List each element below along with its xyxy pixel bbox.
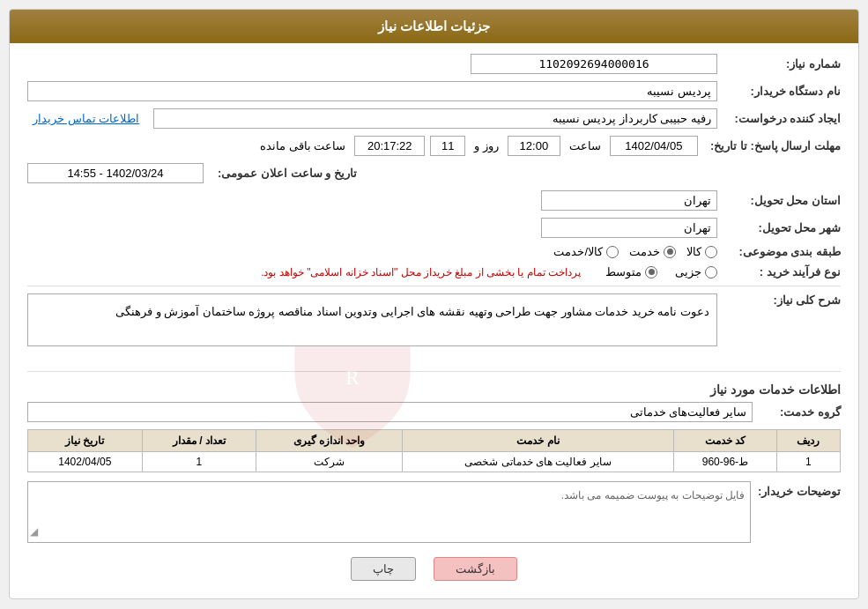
province-label: استان محل تحویل: (717, 194, 841, 207)
cell-code: ط-96-960 (674, 452, 777, 472)
category-kala-khedmat[interactable]: کالا/خدمت (553, 245, 619, 258)
cell-date: 1402/04/05 (28, 452, 143, 472)
day-label: روز و (471, 139, 502, 152)
services-section-title: اطلاعات خدمات مورد نیاز (27, 382, 841, 397)
print-button[interactable]: چاپ (351, 557, 416, 581)
category-kala-khedmat-label: کالا/خدمت (553, 245, 603, 258)
radio-khedmat-icon (664, 246, 676, 258)
col-date: تاریخ نیاز (28, 430, 143, 452)
page-container: جزئیات اطلاعات نیاز شماره نیاز: 11020926… (0, 0, 868, 609)
requester-row: ایجاد کننده درخواست: رفیه حبیبی کاربرداز… (27, 108, 841, 129)
radio-kala-khedmat-icon (606, 246, 619, 258)
category-label: طبقه بندی موضوعی: (717, 245, 841, 258)
category-kala-label: کالا (686, 245, 701, 258)
province-row: استان محل تحویل: تهران (27, 190, 841, 211)
col-code: کد خدمت (674, 430, 777, 452)
response-date-value: 1402/04/05 (610, 136, 698, 156)
purchase-type-label: نوع فرآیند خرید : (717, 265, 841, 279)
response-deadline-row: مهلت ارسال پاسخ: تا تاریخ: 1402/04/05 سا… (27, 136, 841, 156)
purchase-type-row: نوع فرآیند خرید : جزیی متوسط پرداخت تمام… (27, 265, 841, 279)
page-title: جزئیات اطلاعات نیاز (10, 10, 858, 43)
purchase-type-options: جزیی متوسط پرداخت تمام یا بخشی از مبلغ خ… (261, 265, 717, 279)
category-row: طبقه بندی موضوعی: کالا خدمت کالا/خدمت (27, 245, 841, 258)
service-group-row: گروه خدمت: سایر فعالیت‌های خدماتی (27, 402, 841, 422)
cell-name: سایر فعالیت های خدماتی شخصی (402, 452, 673, 472)
category-khedmat[interactable]: خدمت (629, 245, 676, 258)
category-options: کالا خدمت کالا/خدمت (553, 245, 717, 258)
time-label: ساعت (566, 139, 605, 152)
resize-handle-icon: ◢ (30, 524, 38, 540)
pub-date-value: 1402/03/24 - 14:55 (27, 163, 204, 183)
col-unit: واحد اندازه گیری (256, 430, 403, 452)
type-motavasset[interactable]: متوسط (605, 265, 657, 279)
buttons-row: بازگشت چاپ (27, 557, 841, 581)
response-deadline-label: مهلت ارسال پاسخ: تا تاریخ: (703, 139, 841, 152)
type-jozii[interactable]: جزیی (675, 265, 717, 279)
description-row: R شرح کلی نیاز: دعوت نامه خرید خدمات مشا… (27, 293, 841, 364)
col-count: تعداد / مقدار (142, 430, 256, 452)
table-row: 1 ط-96-960 سایر فعالیت های خدماتی شخصی ش… (28, 452, 841, 472)
service-group-value: سایر فعالیت‌های خدماتی (27, 402, 753, 422)
col-row: ردیف (776, 430, 840, 452)
category-kala[interactable]: کالا (686, 245, 717, 258)
buyer-station-row: نام دستگاه خریدار: پردیس نسیبه (27, 81, 841, 101)
service-group-label: گروه خدمت: (753, 405, 841, 419)
need-number-row: شماره نیاز: 1102092694000016 (27, 54, 841, 74)
buyer-station-value: پردیس نسیبه (27, 81, 717, 101)
remaining-label: ساعت باقی مانده (256, 139, 349, 152)
contact-link[interactable]: اطلاعات تماس خریدار (27, 109, 145, 128)
services-table: ردیف کد خدمت نام خدمت واحد اندازه گیری ت… (27, 429, 841, 472)
cell-row: 1 (776, 452, 840, 472)
city-label: شهر محل تحویل: (717, 221, 841, 234)
radio-jozii-icon (705, 266, 717, 279)
response-time-value: 12:00 (508, 136, 560, 156)
purchase-note: پرداخت تمام یا بخشی از مبلغ خریداز محل "… (261, 266, 581, 279)
buyer-desc-label: توضیحات خریدار: (751, 481, 841, 498)
city-row: شهر محل تحویل: تهران (27, 218, 841, 238)
description-value: دعوت نامه خرید خدمات مشاور جهت طراحی وته… (27, 293, 717, 346)
cell-unit: شرکت (256, 452, 403, 472)
cell-count: 1 (142, 452, 256, 472)
radio-motavasset-icon (645, 266, 657, 279)
province-value: تهران (541, 190, 717, 211)
response-remaining-value: 20:17:22 (354, 136, 425, 156)
requester-value: رفیه حبیبی کاربرداز پردیس نسیبه (153, 108, 717, 129)
buyer-desc-row: توضیحات خریدار: فایل توضیحات به پیوست ضم… (27, 481, 841, 543)
main-card: جزئیات اطلاعات نیاز شماره نیاز: 11020926… (9, 9, 859, 599)
buyer-station-label: نام دستگاه خریدار: (717, 85, 841, 98)
back-button[interactable]: بازگشت (434, 557, 517, 581)
radio-kala-icon (705, 246, 717, 258)
requester-label: ایجاد کننده درخواست: (717, 112, 841, 125)
response-day-value: 11 (430, 136, 465, 156)
divider-2 (27, 371, 841, 372)
pub-date-row: تاریخ و ساعت اعلان عمومی: 1402/03/24 - 1… (27, 163, 841, 183)
need-number-value: 1102092694000016 (471, 54, 717, 74)
buyer-desc-box: فایل توضیحات به پیوست ضمیمه می باشد. ◢ (27, 481, 751, 543)
type-motavasset-label: متوسط (605, 265, 642, 279)
category-khedmat-label: خدمت (629, 245, 660, 258)
pub-date-label: تاریخ و ساعت اعلان عمومی: (211, 167, 357, 180)
card-body: شماره نیاز: 1102092694000016 نام دستگاه … (10, 43, 858, 598)
type-jozii-label: جزیی (675, 265, 701, 279)
divider-1 (27, 286, 841, 286)
description-label: شرح کلی نیاز: (717, 293, 841, 307)
city-value: تهران (541, 218, 717, 238)
need-number-label: شماره نیاز: (717, 57, 841, 71)
buyer-desc-placeholder: فایل توضیحات به پیوست ضمیمه می باشد. (561, 489, 745, 501)
col-name: نام خدمت (402, 430, 673, 452)
